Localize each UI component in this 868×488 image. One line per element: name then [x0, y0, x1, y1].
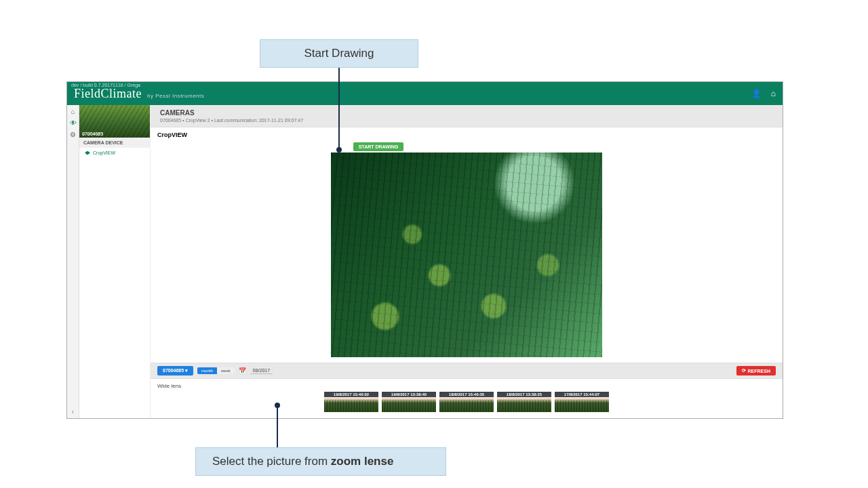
- main-crop-photo[interactable]: [331, 152, 602, 357]
- thumb-timestamp: 19/8/2017 13:38:40: [382, 392, 436, 397]
- thumbnail-row: 19/8/2017 15:40:02 19/8/2017 13:38:40 18…: [157, 392, 776, 412]
- rail-expand-icon[interactable]: ‹: [72, 408, 74, 418]
- callout-zoom-lense: Select the picture from zoom lense: [195, 447, 446, 476]
- leaf-icon: [85, 151, 90, 155]
- callout-text: Select the picture from: [212, 455, 331, 468]
- app-window: dev / build 0.7.20171116 / Grega FieldCl…: [66, 81, 783, 419]
- thumbnail[interactable]: 18/8/2017 13:38:25: [497, 392, 551, 412]
- refresh-icon: ⟳: [742, 368, 746, 373]
- brand: FieldClimate by Pessl Instruments: [74, 87, 204, 101]
- brand-name: FieldClimate: [74, 87, 142, 101]
- icon-rail: ⌂ 👁 ⚙ ‹: [67, 105, 79, 418]
- thumbnail[interactable]: 19/8/2017 13:38:40: [382, 392, 436, 412]
- panel-title: CropVIEW: [151, 127, 783, 142]
- date-field[interactable]: 08/2017: [250, 368, 273, 374]
- period-toggle[interactable]: month week: [197, 367, 235, 374]
- callout-line-top: [338, 65, 340, 149]
- main-area: CAMERAS 07004685 • CropView 2 • Last com…: [151, 105, 783, 418]
- rail-eye-icon[interactable]: 👁: [70, 119, 77, 127]
- callout-bold: zoom lense: [331, 455, 394, 468]
- page-header: CAMERAS 07004685 • CropView 2 • Last com…: [151, 105, 783, 127]
- rail-home-icon[interactable]: ⌂: [71, 108, 75, 115]
- page-title: CAMERAS: [160, 109, 773, 117]
- lens-section: Wide lens 19/8/2017 15:40:02 19/8/2017 1…: [151, 379, 783, 412]
- callout-dot-bottom: [275, 403, 280, 408]
- build-info: dev / build 0.7.20171116 / Grega: [71, 83, 140, 87]
- refresh-label: REFRESH: [748, 369, 770, 373]
- callout-line-bottom: [277, 405, 278, 447]
- calendar-icon[interactable]: 📅: [239, 367, 246, 374]
- toggle-month[interactable]: month: [197, 367, 217, 374]
- topbar: dev / build 0.7.20171116 / Grega FieldCl…: [67, 82, 783, 105]
- home-icon[interactable]: ⌂: [771, 89, 776, 98]
- toggle-week[interactable]: week: [217, 367, 235, 374]
- thumb-timestamp: 18/8/2017 13:38:25: [497, 392, 551, 397]
- station-dropdown[interactable]: 07004685 ▾: [157, 366, 193, 375]
- brand-sub: by Pessl Instruments: [147, 93, 204, 99]
- callout-dot-top: [336, 147, 342, 152]
- thumbnail[interactable]: 17/8/2017 15:44:07: [555, 392, 609, 412]
- sidebar-station-photo[interactable]: 07004685: [79, 105, 150, 138]
- sidebar-section-header: CAMERA DEVICE: [79, 138, 150, 148]
- sidebar: 07004685 CAMERA DEVICE CropVIEW: [79, 105, 151, 418]
- thumb-timestamp: 18/8/2017 15:40:35: [439, 392, 494, 397]
- thumb-timestamp: 19/8/2017 15:40:02: [324, 392, 378, 397]
- sidebar-item-label: CropVIEW: [93, 150, 115, 155]
- thumbnail[interactable]: 18/8/2017 15:40:35: [439, 392, 494, 412]
- page-subtitle: 07004685 • CropView 2 • Last communicati…: [160, 118, 773, 123]
- start-drawing-button[interactable]: START DRAWING: [353, 142, 404, 151]
- thumbnail[interactable]: 19/8/2017 15:40:02: [324, 392, 378, 412]
- sidebar-item-cropview[interactable]: CropVIEW: [79, 148, 150, 158]
- thumb-timestamp: 17/8/2017 15:44:07: [555, 392, 609, 397]
- filter-bar: 07004685 ▾ month week 📅 08/2017 ⟳ REFRES…: [151, 363, 783, 379]
- rail-gear-icon[interactable]: ⚙: [70, 131, 76, 138]
- user-icon[interactable]: 👤: [751, 89, 762, 98]
- sidebar-station-id: 07004685: [82, 131, 103, 136]
- refresh-button[interactable]: ⟳ REFRESH: [736, 366, 776, 375]
- lens-title: Wide lens: [157, 383, 776, 389]
- callout-start-drawing: Start Drawing: [260, 39, 418, 68]
